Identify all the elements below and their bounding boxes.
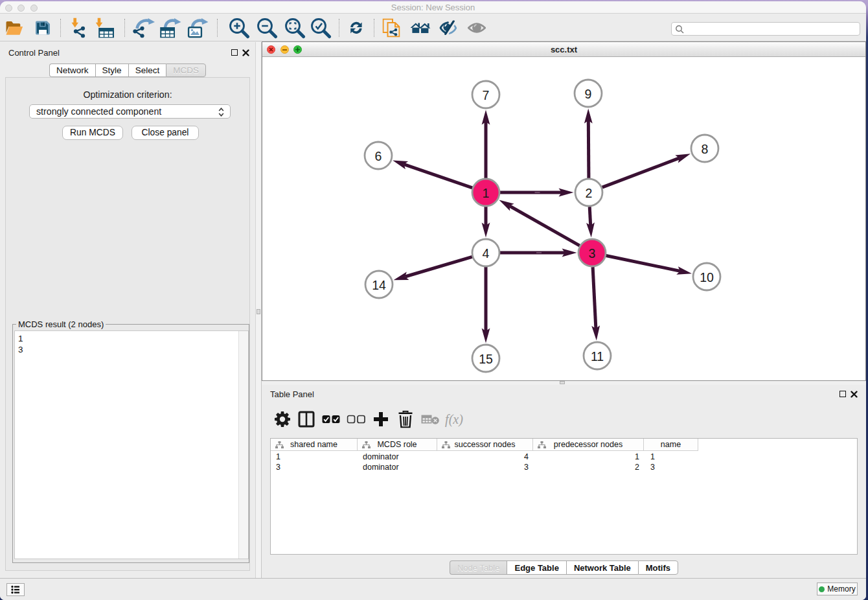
svg-text:4: 4: [483, 246, 490, 260]
svg-text:7: 7: [483, 88, 490, 102]
svg-text:3: 3: [589, 246, 596, 260]
svg-text:8: 8: [702, 142, 709, 156]
svg-text:1: 1: [483, 186, 490, 200]
svg-text:6: 6: [375, 149, 382, 163]
svg-text:10: 10: [700, 270, 714, 284]
svg-text:11: 11: [591, 349, 604, 363]
svg-text:14: 14: [372, 278, 386, 292]
svg-text:2: 2: [586, 186, 593, 200]
svg-text:9: 9: [585, 87, 592, 101]
svg-text:15: 15: [479, 352, 493, 366]
